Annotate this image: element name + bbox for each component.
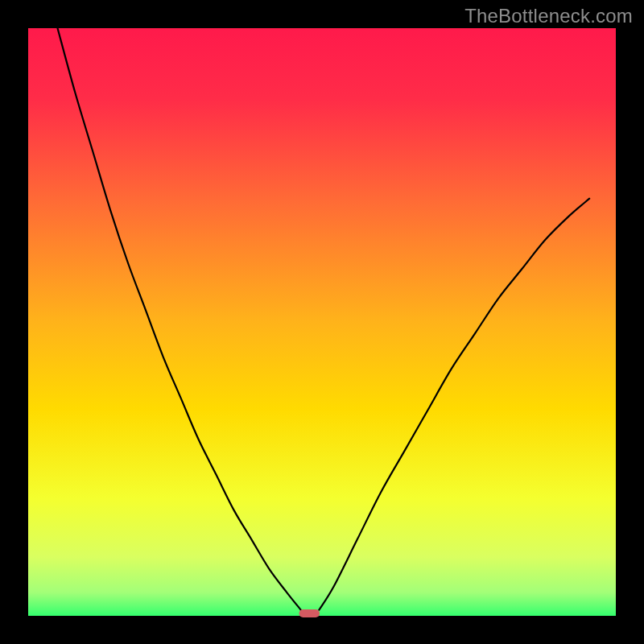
- valley-marker: [299, 609, 320, 617]
- bottleneck-chart: [0, 0, 644, 644]
- chart-container: TheBottleneck.com: [0, 0, 644, 644]
- svg-rect-0: [28, 28, 616, 616]
- plot-area: [28, 28, 616, 616]
- valley-marker-shape: [299, 609, 320, 617]
- watermark-text: TheBottleneck.com: [464, 5, 633, 27]
